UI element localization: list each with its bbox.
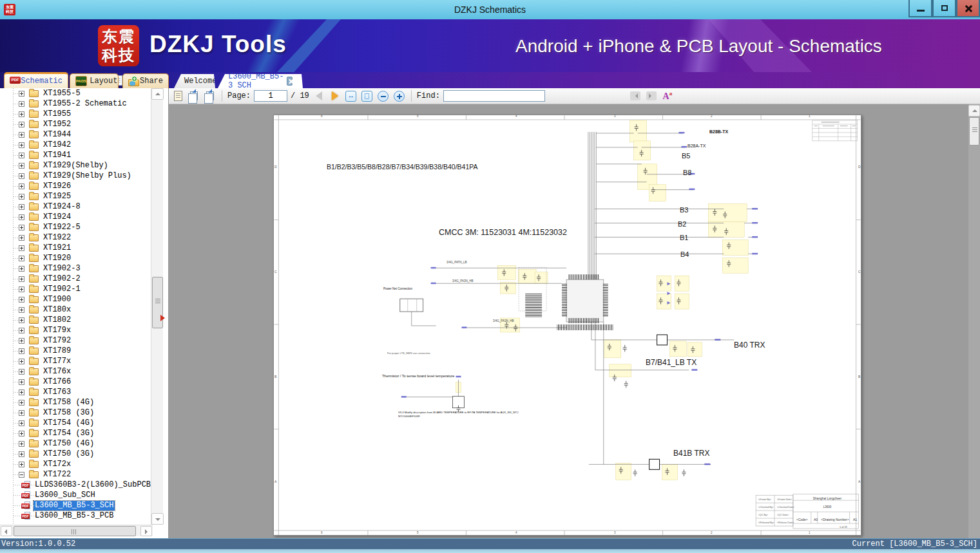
fit-width-button[interactable]: ↔	[345, 89, 358, 102]
tree-folder-item[interactable]: XT1955-2 Schematic	[0, 98, 151, 109]
rotate-left-button[interactable]	[187, 89, 200, 102]
tree-item-label[interactable]: XT1955-5	[42, 89, 82, 98]
tree-folder-item[interactable]: XT1900	[0, 294, 151, 305]
tree-folder-item[interactable]: XT172x	[0, 459, 151, 469]
tree-item-label[interactable]: XT1902-1	[42, 285, 82, 294]
expand-icon[interactable]	[19, 369, 24, 375]
expand-icon[interactable]	[19, 183, 24, 189]
tree-folder-item[interactable]: XT1921	[0, 243, 151, 253]
tree-item-label[interactable]: XT1929(Shelby Plus)	[42, 171, 133, 181]
expand-icon[interactable]	[19, 451, 24, 457]
doc-tab-welcome[interactable]: Welcome	[174, 74, 215, 88]
tree-file-item[interactable]: PDFL3600_MB_B5-3_PCB	[0, 511, 151, 521]
expand-icon[interactable]	[19, 462, 24, 467]
tree-folder-item[interactable]: XT1758 (4G)	[0, 397, 151, 408]
tree-folder-item[interactable]: XT1929(Shelby)	[0, 160, 151, 171]
expand-icon[interactable]	[19, 91, 24, 97]
expand-icon[interactable]	[19, 400, 24, 406]
tree-folder-item[interactable]: XT1955	[0, 109, 151, 119]
tree-folder-item[interactable]: XT1763	[0, 387, 151, 397]
tree-item-label[interactable]: XT1754 (4G)	[42, 418, 95, 428]
tree-folder-item[interactable]: XT1942	[0, 140, 151, 150]
panel-collapse-arrow-icon[interactable]	[160, 315, 168, 321]
tree-item-label[interactable]: XT1902-2	[42, 274, 82, 284]
tree-folder-item[interactable]: XT1902-3	[0, 263, 151, 274]
tree-item-label[interactable]: XT1920	[42, 254, 72, 263]
tree-file-item[interactable]: PDFLLDS360B3-2(L3600)_SubPCB	[0, 480, 151, 490]
tree-item-label[interactable]: XT172x	[42, 460, 72, 469]
scroll-up-button[interactable]	[151, 88, 164, 100]
expand-icon[interactable]	[19, 307, 24, 313]
page-number-input[interactable]	[254, 90, 287, 102]
expand-icon[interactable]	[19, 204, 24, 210]
tree-item-label[interactable]: XT1952	[42, 120, 72, 129]
tree-item-label[interactable]: XT1789	[42, 346, 72, 356]
tree-item-label[interactable]: XT1722	[42, 470, 72, 480]
expand-icon[interactable]	[19, 225, 24, 230]
find-next-button[interactable]	[645, 89, 658, 102]
expand-icon[interactable]	[19, 379, 24, 385]
tree-folder-item[interactable]: XT1929(Shelby Plus)	[0, 171, 151, 181]
tree-item-label[interactable]: XT177x	[42, 357, 72, 366]
expand-icon[interactable]	[19, 235, 24, 241]
tree-folder-item[interactable]: XT1922-5	[0, 222, 151, 232]
tab-share[interactable]: Share	[122, 73, 169, 88]
canvas-scroll-up-button[interactable]	[968, 105, 980, 117]
sidebar-horizontal-scrollbar[interactable]	[0, 525, 153, 536]
scroll-down-button[interactable]	[151, 513, 164, 525]
tree-item-label[interactable]: XT1955	[42, 109, 72, 119]
expand-icon[interactable]	[19, 286, 24, 292]
tree-folder-item[interactable]: XT1754 (4G)	[0, 418, 151, 428]
tree-item-label[interactable]: XT1792	[42, 336, 72, 346]
doc-tab-l3600[interactable]: L3600_MB_B5-3_SCH	[218, 74, 303, 88]
tree-folder-item[interactable]: XT1955-5	[0, 88, 151, 98]
expand-icon[interactable]	[19, 122, 24, 127]
expand-icon[interactable]	[19, 132, 24, 138]
tree-folder-item[interactable]: XT1722	[0, 469, 151, 480]
tree-item-label[interactable]: XT1941	[42, 151, 72, 160]
zoom-out-button[interactable]	[377, 89, 390, 102]
rotate-right-button[interactable]	[204, 89, 216, 102]
tree-item-label[interactable]: XT1758 (3G)	[42, 408, 95, 418]
tree-item-label[interactable]: XT180x	[42, 305, 72, 315]
expand-icon[interactable]	[19, 410, 24, 416]
tree-folder-item[interactable]: XT1952	[0, 119, 151, 129]
tree-folder-item[interactable]: XT1925	[0, 191, 151, 202]
expand-icon[interactable]	[19, 245, 24, 251]
expand-icon[interactable]	[19, 441, 24, 447]
minimize-button[interactable]	[908, 0, 932, 17]
tree-folder-item[interactable]: XT1944	[0, 129, 151, 140]
expand-icon[interactable]	[19, 359, 24, 364]
tree-item-label[interactable]: XT1929(Shelby)	[42, 161, 110, 171]
expand-icon[interactable]	[19, 101, 24, 107]
tree-item-label[interactable]: XT1802	[42, 315, 72, 325]
page-thumbnail-button[interactable]	[171, 89, 184, 102]
tree-folder-item[interactable]: XT1922	[0, 232, 151, 243]
tree-folder-item[interactable]: XT1750 (4G)	[0, 438, 151, 449]
expand-icon[interactable]	[19, 256, 24, 261]
expand-icon[interactable]	[19, 328, 24, 333]
tree-folder-item[interactable]: XT1902-2	[0, 274, 151, 284]
expand-icon[interactable]	[19, 173, 24, 179]
tree-folder-item[interactable]: XT1750 (3G)	[0, 449, 151, 459]
tree-folder-item[interactable]: XT1924-8	[0, 202, 151, 212]
tree-item-label[interactable]: XT1758 (4G)	[42, 398, 95, 408]
tree-item-label[interactable]: XT1921	[42, 243, 72, 253]
maximize-button[interactable]	[932, 0, 956, 17]
expand-icon[interactable]	[19, 431, 24, 436]
canvas-scroll-thumb[interactable]	[969, 117, 979, 145]
tree-folder-item[interactable]: XT1766	[0, 377, 151, 387]
expand-icon[interactable]	[19, 297, 24, 303]
find-input[interactable]	[443, 90, 545, 102]
find-prev-button[interactable]	[629, 89, 642, 102]
tree-file-item[interactable]: PDFL3600_MB_B5-3_SCH	[0, 500, 151, 511]
tree-file-item[interactable]: PDFL3600_Sub_SCH	[0, 490, 151, 500]
tree-folder-item[interactable]: XT1792	[0, 335, 151, 346]
scroll-left-button[interactable]	[1, 526, 12, 536]
tree-item-label[interactable]: XT1924-8	[42, 202, 82, 212]
tree-item-label[interactable]: XT1944	[42, 130, 72, 140]
tree-folder-item[interactable]: XT176x	[0, 366, 151, 377]
document-canvas[interactable]: 665544332211DDCCBBAA B1/B2/B3/B5/B8/B28/…	[169, 104, 980, 538]
tree-item-label[interactable]: L3600_MB_B5-3_PCB	[34, 511, 115, 521]
tree-folder-item[interactable]: XT1758 (3G)	[0, 408, 151, 418]
